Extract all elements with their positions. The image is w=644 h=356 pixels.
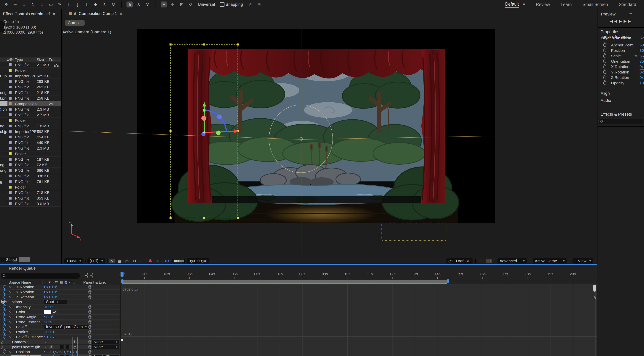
effects-presets-section[interactable]: Effects & Presets (600, 112, 632, 117)
footer-button[interactable] (19, 257, 30, 262)
timeline-row[interactable]: ∿ Cone Feather 20% ∨ ♀ ☀ \ ◇ ✛ @ ∨ (0, 320, 120, 325)
stopwatch-icon[interactable] (603, 76, 606, 79)
transport-button[interactable]: |◀ (610, 19, 612, 23)
graph-toggle-icon[interactable]: ∿ (8, 325, 12, 329)
snapping-label[interactable]: Snapping (226, 2, 243, 7)
exposure-value[interactable]: +0.0 (163, 259, 170, 263)
color-swatch[interactable] (44, 310, 51, 314)
playhead-handle[interactable] (120, 272, 124, 277)
link-dimensions-icon[interactable]: ∞ (634, 54, 637, 58)
tool-icon[interactable]: ↻ (30, 2, 36, 8)
stopwatch-icon[interactable] (3, 350, 6, 353)
solo-switch-icon[interactable]: ☀ (49, 345, 54, 349)
graph-toggle-icon[interactable]: ∿ (8, 330, 12, 334)
label-color-swatch[interactable] (9, 80, 12, 83)
extra-tool-icon[interactable]: ⊞ (256, 2, 262, 8)
property-value[interactable]: 56. (640, 54, 644, 59)
project-item-row[interactable]: Folder (0, 118, 61, 123)
size-column-header[interactable]: Size (37, 58, 44, 62)
property-value[interactable]: 200.0 (44, 330, 54, 334)
tool-icon[interactable]: ↕ (21, 2, 27, 8)
stopwatch-icon[interactable] (3, 285, 6, 289)
label-color-swatch[interactable] (9, 163, 12, 166)
graph-toggle-icon[interactable]: ∿ (8, 350, 12, 354)
property-label[interactable]: Position (16, 350, 30, 354)
label-color-swatch[interactable] (9, 108, 12, 111)
type-column-header[interactable]: Type (15, 58, 23, 62)
gizmo-mode-label[interactable]: Universal (198, 2, 215, 7)
stopwatch-icon[interactable] (603, 60, 606, 63)
graph-editor[interactable]: 8702.0 px 8701.0 8700.0 (121, 284, 597, 356)
motion-blur-switch[interactable] (66, 345, 69, 349)
panel-section-align[interactable]: Align (600, 91, 610, 96)
label-color-swatch[interactable] (9, 75, 12, 77)
composition-tab[interactable]: Composition Comp 1 (79, 11, 117, 16)
label-color-swatch[interactable] (9, 191, 12, 194)
timeline-row[interactable]: 4 ∿ curtain_left.png ∨ ♀ ☀ \ ◇ ✛ (0, 354, 120, 356)
render-queue-tab[interactable]: Render Queue (9, 266, 36, 271)
magnification-dropdown[interactable]: 100%∨ (64, 258, 84, 263)
property-dropdown[interactable]: Spot∨ (44, 300, 67, 304)
parent-pick-whip-icon[interactable]: @ (88, 335, 92, 339)
trash-icon[interactable] (13, 258, 17, 261)
parent-pick-whip-icon[interactable]: @ (88, 350, 92, 354)
comp-nav-chip[interactable]: Comp 1 (65, 20, 84, 26)
project-item-row[interactable]: t.png PNG file 259 KB (0, 96, 61, 101)
value-graph-line[interactable] (121, 340, 597, 340)
guides-options-icon[interactable]: ⊞ (139, 259, 145, 263)
transport-button[interactable]: ▶ (619, 19, 622, 23)
property-value[interactable]: 20% (44, 320, 52, 324)
property-value[interactable]: 0x+ (640, 65, 644, 70)
layer-transform-section[interactable]: Layer Transform (600, 36, 644, 40)
stopwatch-icon[interactable] (3, 295, 6, 299)
property-label[interactable]: Color (16, 310, 25, 314)
transform-property-row[interactable]: Y Rotation∞0x+ (598, 70, 644, 75)
work-area-start-handle[interactable] (121, 279, 124, 283)
label-color-swatch[interactable] (9, 63, 12, 66)
close-tab-icon[interactable]: × (65, 11, 67, 16)
property-label[interactable]: Falloff (16, 325, 27, 329)
workspace-menu-icon[interactable]: ≡ (523, 2, 526, 7)
tool-icon[interactable]: ʃ (74, 2, 81, 8)
property-value[interactable]: 0x+0.0° (44, 295, 58, 299)
label-color-swatch[interactable] (9, 197, 12, 200)
timeline-row[interactable]: ∿ Z Rotation 0x+0.0° ∨ ♀ ☀ \ ◇ ✛ @ ∨ (0, 295, 120, 300)
transform-property-row[interactable]: Orientation∞359 (598, 59, 644, 64)
label-color-swatch[interactable] (9, 97, 12, 100)
comp-mini-flowchart-icon[interactable] (85, 275, 86, 276)
project-item-row[interactable]: PNG file 2.7 MB (0, 112, 61, 118)
timeline-row[interactable]: ∿ Falloff Distance 918.6 ∨ ♀ ☀ \ ◇ ✛ @ ∨ (0, 334, 120, 339)
timeline-row[interactable]: ∿ Color ∨ ♀ ☀ \ ◇ ✛ @ ∨ (0, 309, 120, 315)
property-label[interactable]: Light Options (0, 300, 22, 304)
property-value[interactable]: 0x+ (640, 75, 644, 80)
label-color-swatch[interactable] (9, 113, 12, 116)
property-label[interactable]: Cone Feather (16, 320, 40, 324)
property-value[interactable]: 929.9,935.0,-513.9 (44, 350, 77, 354)
graph-toggle-icon[interactable]: ∿ (8, 285, 12, 289)
quality-switch[interactable] (60, 345, 64, 349)
comp-caret-icon[interactable]: ▼ (17, 21, 20, 24)
property-label[interactable]: Cone Angle (16, 315, 36, 319)
timeline-search-input[interactable] (1, 273, 80, 279)
parent-dropdown[interactable]: None∨ (92, 340, 119, 344)
parent-pick-whip-icon[interactable]: @ (88, 330, 92, 334)
renderer-dropdown[interactable]: Advanced...∨ (498, 258, 527, 263)
gizmo-mode-icon[interactable]: ↻ (188, 2, 194, 8)
project-item-row[interactable]: PNG file 338 KB (0, 173, 61, 179)
parent-pick-whip-icon[interactable]: @ (88, 340, 92, 344)
tool-icon[interactable]: ✛ (12, 2, 18, 8)
switch-column-icon[interactable]: ◍ (64, 280, 68, 284)
workspace-tab-default[interactable]: Default (505, 1, 519, 8)
project-item-row[interactable]: Folder (0, 151, 61, 157)
project-item-row[interactable]: PNG file 718 KB (0, 190, 61, 195)
stopwatch-icon[interactable] (3, 305, 6, 309)
panel-section-audio[interactable]: Audio (600, 98, 611, 103)
effects-switch-icon[interactable]: \ (54, 355, 54, 356)
snapping-checkbox[interactable] (220, 2, 224, 7)
property-value[interactable]: 359 (640, 59, 644, 64)
panel-menu-icon[interactable]: ≡ (120, 11, 122, 16)
source-name-column[interactable]: Source Name (8, 280, 31, 285)
project-item-row[interactable]: ong PNG file 666 KB (0, 168, 61, 173)
project-item-row[interactable]: ng PNG file 1.8 MB (0, 123, 61, 129)
parent-pick-whip-icon[interactable]: @ (88, 285, 92, 289)
